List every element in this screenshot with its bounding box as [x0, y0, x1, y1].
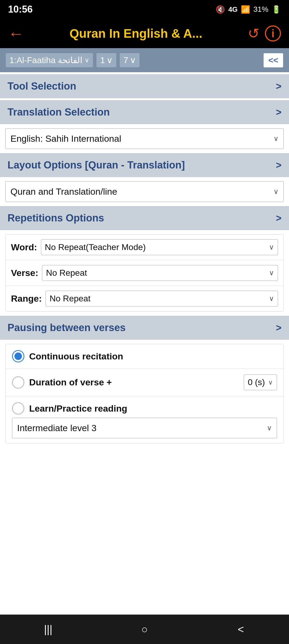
pausing-title: Pausing between verses [7, 322, 126, 333]
signal-icon: 📶 [241, 5, 250, 14]
repetitions-options-header[interactable]: Repetitions Options > [0, 206, 289, 230]
translation-selection-arrow-icon: > [276, 107, 282, 118]
practice-reading-row[interactable]: Learn/Practice reading [6, 396, 283, 417]
pausing-panel: Continuous recitation Duration of verse … [5, 344, 284, 443]
word-repeat-value: No Repeat(Teacher Mode) [45, 242, 146, 252]
range-repeat-row: Range: No Repeat ∨ [6, 286, 283, 311]
repetitions-options-arrow-icon: > [276, 213, 282, 224]
word-repeat-dropdown[interactable]: No Repeat(Teacher Mode) ∨ [41, 239, 278, 255]
status-bar: 10:56 🔇 4G 📶 31% 🔋 [0, 0, 289, 19]
home-button[interactable]: ○ [134, 619, 155, 640]
translation-selection-header[interactable]: Translation Selection > [0, 100, 289, 124]
battery-icon: 🔋 [272, 5, 281, 14]
range-repeat-value: No Repeat [50, 294, 90, 304]
nav-title: Quran In English & A... [24, 26, 248, 41]
layout-options-header[interactable]: Layout Options [Quran - Translation] > [0, 153, 289, 177]
battery-percent: 31% [253, 5, 268, 14]
translation-value: English: Sahih International [10, 133, 121, 144]
layout-options-arrow-icon: > [276, 160, 282, 171]
repetitions-options-title: Repetitions Options [7, 212, 104, 224]
word-label: Word: [11, 242, 37, 252]
continuous-radio-button[interactable] [12, 350, 24, 362]
verse-end-chevron-icon: ∨ [130, 55, 136, 65]
continuous-recitation-row[interactable]: Continuous recitation [6, 344, 283, 369]
practice-dropdown[interactable]: Intermediate level 3 ∨ [12, 418, 277, 438]
back-nav-button[interactable]: < [230, 619, 252, 640]
surah-chevron-icon: ∨ [85, 56, 89, 64]
duration-radio-button[interactable] [12, 376, 24, 389]
practice-chevron-icon: ∨ [267, 424, 272, 432]
status-icons: 🔇 4G 📶 31% 🔋 [216, 5, 281, 14]
refresh-button[interactable]: ↺ [248, 25, 260, 41]
word-repeat-chevron-icon: ∨ [269, 243, 274, 251]
verse-end-selector[interactable]: 7 ∨ [119, 53, 140, 68]
back-button[interactable]: ← [8, 24, 24, 43]
duration-chevron-icon: ∨ [268, 379, 273, 386]
tool-selection-header[interactable]: Tool Selection > [0, 74, 289, 98]
nav-actions: ↺ i [248, 25, 281, 41]
translation-chevron-icon: ∨ [273, 135, 279, 143]
word-repeat-row: Word: No Repeat(Teacher Mode) ∨ [6, 235, 283, 260]
translation-selection-title: Translation Selection [7, 106, 110, 118]
network-4g-icon: 4G [228, 5, 238, 14]
practice-radio-button[interactable] [12, 402, 24, 415]
continuous-label: Continuous recitation [29, 351, 277, 362]
surah-bar: 1:Al-Faatiha الفاتحة ∨ 1 ∨ 7 ∨ << [0, 48, 289, 72]
nav-bar: ← Quran In English & A... ↺ i [0, 19, 289, 48]
verse-repeat-value: No Repeat [46, 268, 87, 278]
duration-value: 0 (s) [248, 377, 265, 387]
duration-verse-row[interactable]: Duration of verse + 0 (s) ∨ [6, 369, 283, 396]
practice-label: Learn/Practice reading [29, 403, 277, 414]
verse-repeat-row: Verse: No Repeat ∨ [6, 260, 283, 286]
tool-selection-title: Tool Selection [7, 80, 76, 92]
repetitions-panel: Word: No Repeat(Teacher Mode) ∨ Verse: N… [5, 234, 284, 312]
verse-start-selector[interactable]: 1 ∨ [96, 53, 117, 68]
range-label: Range: [11, 293, 42, 304]
verse-label: Verse: [11, 268, 38, 278]
layout-dropdown[interactable]: Quran and Translation/line ∨ [5, 181, 284, 202]
menu-button[interactable]: ||| [37, 619, 59, 640]
verse-repeat-chevron-icon: ∨ [269, 269, 274, 277]
mute-icon: 🔇 [216, 5, 225, 14]
layout-value: Quran and Translation/line [10, 186, 117, 197]
duration-dropdown[interactable]: 0 (s) ∨ [244, 374, 277, 390]
status-time: 10:56 [8, 4, 33, 15]
surah-label: 1:Al-Faatiha الفاتحة [9, 55, 82, 65]
prev-button[interactable]: << [263, 53, 284, 68]
duration-label: Duration of verse + [29, 377, 235, 388]
verse-start-chevron-icon: ∨ [107, 55, 113, 65]
range-repeat-chevron-icon: ∨ [269, 294, 274, 303]
layout-options-title: Layout Options [Quran - Translation] [7, 159, 185, 171]
verse-start-num: 1 [100, 55, 105, 65]
range-repeat-dropdown[interactable]: No Repeat ∨ [45, 291, 278, 306]
info-button[interactable]: i [265, 25, 281, 41]
practice-value: Intermediate level 3 [17, 423, 97, 433]
verse-end-num: 7 [123, 55, 128, 65]
translation-dropdown[interactable]: English: Sahih International ∨ [5, 128, 284, 149]
bottom-nav: ||| ○ < [0, 615, 289, 644]
layout-chevron-icon: ∨ [273, 187, 279, 196]
surah-selector[interactable]: 1:Al-Faatiha الفاتحة ∨ [5, 53, 93, 68]
pausing-arrow-icon: > [276, 322, 282, 333]
tool-selection-arrow-icon: > [276, 81, 282, 92]
pausing-header[interactable]: Pausing between verses > [0, 316, 289, 340]
practice-reading-section: Learn/Practice reading Intermediate leve… [6, 396, 283, 438]
verse-repeat-dropdown[interactable]: No Repeat ∨ [42, 265, 278, 281]
